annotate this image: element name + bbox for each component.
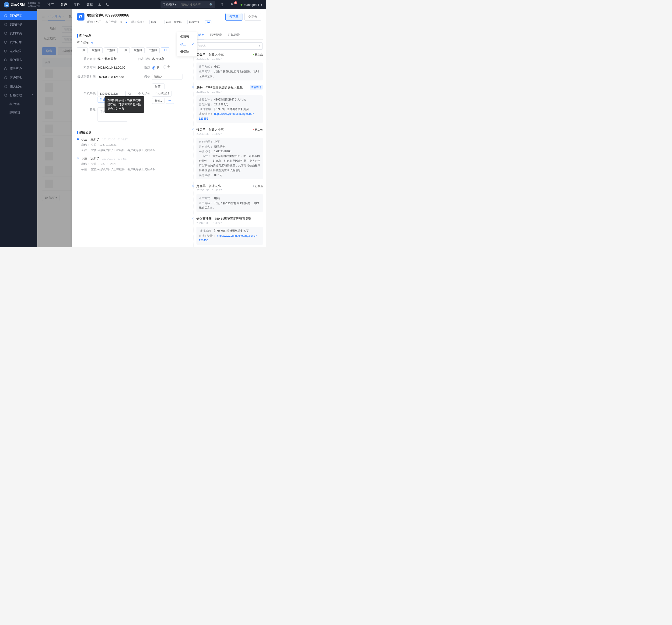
dropdown-option[interactable]: 俱保咏 (177, 48, 197, 55)
tag-icon (4, 94, 7, 97)
nav-customer[interactable]: 客户 (61, 3, 67, 7)
tag[interactable]: 高意向 (89, 47, 103, 53)
svg-point-14 (80, 16, 81, 17)
notification-bell[interactable]: 5 (228, 3, 235, 6)
svg-point-11 (4, 85, 7, 88)
sidebar-item[interactable]: 电话记录 (0, 47, 37, 55)
timeline-item: 进入直播间 759-59班第三期理财直播课 2021/01/30 01:38:2… (196, 217, 263, 247)
section-customer-info: 客户信息 (77, 34, 184, 38)
activity-filter-select[interactable]: 全部动态▾ (192, 43, 263, 50)
brand-name: 云朵CRM (11, 3, 25, 7)
svg-point-3 (4, 15, 7, 17)
sidebar-subitem[interactable]: 客户标签 (0, 100, 37, 108)
personal-tag[interactable]: 标签1 (152, 98, 165, 104)
sidebar-item[interactable]: 我的商品 (0, 55, 37, 65)
personal-tag-more[interactable]: +4 (166, 98, 174, 104)
tag[interactable]: 高意向 (131, 47, 145, 53)
phone-input[interactable]: 13241672152 (98, 91, 125, 97)
tag-more[interactable]: +4 (161, 47, 169, 53)
sidebar-item[interactable]: 流失客户 (0, 65, 37, 73)
check-icon: ✓ (192, 43, 194, 46)
users-icon (4, 23, 7, 26)
svg-point-10 (4, 76, 7, 79)
tag[interactable]: 中意向 (104, 47, 118, 53)
search-button[interactable]: 🔍 (207, 3, 215, 6)
sidebar: 我的好友我的群聊我的学员我的订单电话记录我的商品流失客户客户继承删人记录标签管理… (0, 9, 37, 247)
search-input[interactable] (179, 3, 207, 6)
wechat-input[interactable] (152, 74, 183, 80)
deposit-button[interactable]: 交定金 (244, 13, 261, 21)
delete-icon (4, 85, 7, 89)
user-menu[interactable]: manager11▾ (241, 3, 262, 6)
sidebar-item[interactable]: 删人记录 (0, 82, 37, 91)
gender-female-radio[interactable]: 女 (163, 65, 170, 69)
box-icon (4, 58, 7, 62)
top-nav: 推广 客户 质检 数据 (47, 3, 93, 7)
search-type-select[interactable]: 手机号码▾ (161, 3, 179, 7)
svg-point-9 (4, 68, 7, 70)
rtab-chat[interactable]: 聊天记录 (210, 32, 222, 40)
content-area: ☰ 个人活码✕ 我 项目 请选择▾ 运营期次 请选择▾ 导出 不加密导出 头像微… (37, 9, 266, 247)
bell-icon (230, 3, 234, 6)
manager-select[interactable]: 客户经理：张三▴ (105, 20, 127, 24)
group-chip[interactable]: 群聊六群 (187, 20, 201, 24)
svg-point-4 (4, 23, 7, 26)
customer-drawer: 微信名称6789990000966 昵称：小王 客户经理：张三▴ 所在群聊： 群… (72, 9, 266, 247)
sidebar-item[interactable]: 我的群聊 (0, 20, 37, 29)
svg-point-0 (99, 3, 100, 5)
history-item: 小王 更新了2021/01/30 01:38:27微信：空值→136721828… (81, 156, 184, 176)
customer-tag-label: 客户标签 (77, 41, 89, 45)
group-chip[interactable]: 群聊三 (149, 20, 160, 24)
mobile-icon[interactable] (220, 3, 224, 6)
edit-tags-icon[interactable]: ✎ (91, 41, 93, 45)
logo: ☁ 云朵CRM 教育机构一站式服务云平台 (4, 2, 40, 7)
proxy-order-button[interactable]: 代下单 (225, 13, 242, 21)
topbar: ☁ 云朵CRM 教育机构一站式服务云平台 推广 客户 质检 数据 手机号码▾ 🔍… (0, 0, 266, 9)
logo-icon: ☁ (4, 2, 9, 7)
phone-tooltip: 查询到此手机号码在系统中已存在，可以将两条客户数据合并为一条 (104, 96, 144, 112)
svg-point-5 (4, 32, 7, 35)
group-more[interactable]: +4 (205, 20, 211, 24)
sidebar-item[interactable]: 我的好友 (0, 11, 37, 20)
rtab-orders[interactable]: 订单记录 (228, 32, 240, 40)
sidebar-item[interactable]: 标签管理⌃ (0, 91, 37, 100)
phone-icon[interactable] (105, 3, 109, 6)
timeline-item: 购买 4399理财课进阶课程大礼包查看详情 2021/01/30 01:38:2… (196, 85, 263, 128)
gender-male-radio[interactable]: 男 (152, 66, 159, 70)
svg-point-8 (4, 59, 7, 61)
dropdown-option[interactable]: 张三✓ (177, 41, 197, 48)
view-detail-link[interactable]: 查看详情 (250, 85, 263, 90)
nav-promo[interactable]: 推广 (47, 3, 54, 7)
tag[interactable]: 一般 (119, 47, 130, 53)
group-chip[interactable]: 群聊一群大群 (165, 20, 183, 24)
customer-avatar-icon (77, 13, 85, 21)
timeline-item: 报名单 创建人小王已失败 2020/01/30 01:38:27客户经理：小王客… (196, 128, 263, 184)
sidebar-subitem[interactable]: 群聊标签 (0, 108, 37, 117)
copy-icon[interactable]: ⧉ (127, 91, 132, 97)
scan-icon[interactable]: ⊞ (116, 92, 119, 95)
phone-icon (4, 49, 7, 53)
sidebar-item[interactable]: 我的学员 (0, 29, 37, 38)
dropdown-option[interactable]: 师馨薇 (177, 33, 197, 41)
status-dot (241, 4, 242, 6)
tag[interactable]: 一般 (77, 47, 88, 53)
hand-icon (4, 40, 7, 44)
search-box: 手机号码▾ 🔍 (161, 1, 215, 8)
customer-tags: 一般高意向中意向一般高意向中意向+4 (77, 47, 184, 53)
nav-data[interactable]: 数据 (87, 3, 93, 7)
nav-qc[interactable]: 质检 (73, 3, 80, 7)
chevron-up-icon: ▴ (125, 20, 127, 24)
manager-dropdown: 师馨薇张三✓俱保咏 (177, 32, 197, 56)
tag[interactable]: 中意向 (146, 47, 160, 53)
svg-point-6 (4, 41, 7, 44)
sidebar-item[interactable]: 我的订单 (0, 38, 37, 47)
sidebar-item[interactable]: 客户继承 (0, 73, 37, 82)
timeline-item: 定金单 创建人小王已取消 2020/01/30 01:38:27跟单方式：电话跟… (196, 184, 263, 217)
svg-point-7 (4, 50, 7, 52)
personal-tag[interactable]: 标签1 (152, 83, 165, 89)
user-icon[interactable] (98, 3, 101, 6)
personal-tag[interactable]: 个人标签12 (152, 91, 171, 97)
history-item: 小王 更新了2021/01/30 01:38:27微信：空值→136721828… (81, 138, 184, 156)
clock-icon (4, 14, 7, 18)
svg-point-12 (4, 94, 7, 97)
